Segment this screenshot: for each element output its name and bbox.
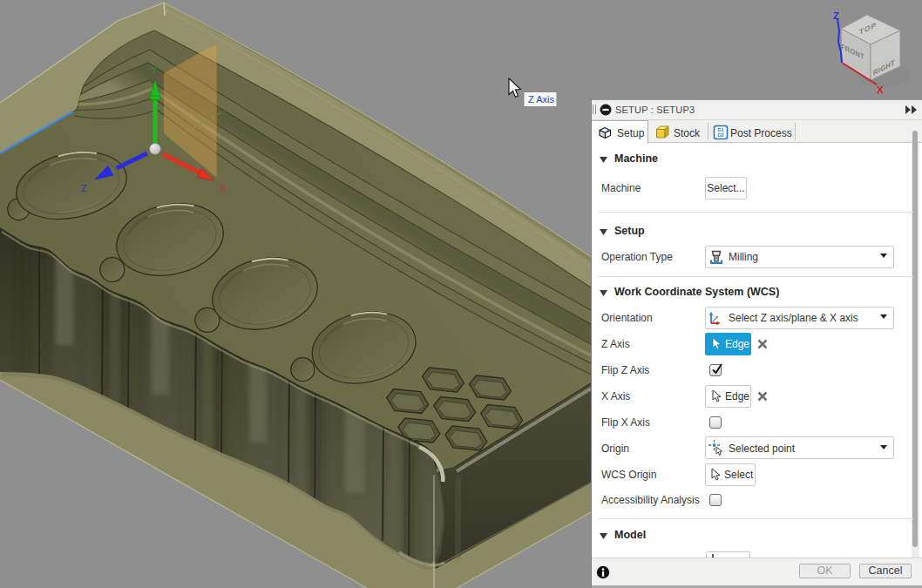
svg-text:Z Axis: Z Axis bbox=[528, 94, 554, 105]
svg-text:Z: Z bbox=[81, 183, 87, 193]
svg-text:G1: G1 bbox=[717, 127, 723, 132]
svg-text:Z: Z bbox=[833, 10, 839, 21]
svg-text:Y: Y bbox=[151, 64, 158, 75]
svg-text:X: X bbox=[877, 84, 884, 95]
svg-text:G2: G2 bbox=[717, 132, 723, 138]
svg-text:X: X bbox=[220, 184, 227, 194]
